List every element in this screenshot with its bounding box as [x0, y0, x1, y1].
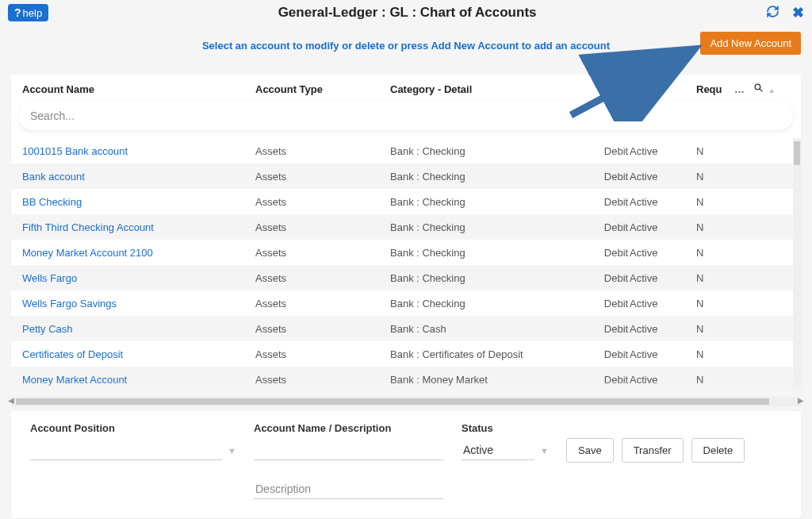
add-new-account-button[interactable]: Add New Account: [700, 32, 801, 55]
cell-req: N: [696, 171, 734, 183]
refresh-icon[interactable]: [766, 5, 779, 21]
cell-category: Bank : Checking: [390, 145, 603, 157]
cell-type: Assets: [255, 298, 390, 309]
cell-type: Assets: [255, 272, 390, 284]
table-row[interactable]: Wells FargoAssetsBank : CheckingDebitAct…: [11, 265, 801, 290]
scroll-left-icon[interactable]: ◀: [8, 396, 14, 405]
status-select[interactable]: [462, 440, 535, 460]
description-input[interactable]: [254, 479, 444, 499]
cell-plus: Debit: [603, 171, 630, 183]
account-link[interactable]: Wells Fargo: [22, 272, 77, 284]
cell-category: Bank : Checking: [390, 171, 603, 183]
table-row[interactable]: Bank accountAssetsBank : CheckingDebitAc…: [11, 163, 801, 189]
table-row[interactable]: 1001015 Bank accountAssetsBank : Checkin…: [11, 138, 801, 163]
table-row[interactable]: Money Market AccountAssetsBank : Money M…: [11, 367, 801, 392]
account-link[interactable]: 1001015 Bank account: [22, 145, 128, 157]
cell-type: Assets: [255, 348, 390, 360]
sort-triangle-icon: ▲: [768, 86, 776, 94]
status-label: Status: [462, 422, 549, 434]
cell-req: N: [696, 272, 734, 284]
cell-plus: Debit: [603, 145, 630, 157]
cell-plus: Debit: [603, 247, 630, 259]
chevron-down-icon: ▼: [540, 446, 549, 456]
cell-type: Assets: [255, 171, 390, 183]
cell-plus: Debit: [603, 323, 630, 335]
cell-type: Assets: [255, 323, 390, 335]
page-title: General-Ledger : GL : Chart of Accounts: [48, 5, 766, 21]
account-link[interactable]: Petty Cash: [22, 323, 73, 335]
help-icon: ?: [14, 6, 21, 19]
help-button[interactable]: ? help: [8, 4, 48, 21]
cell-req: N: [696, 196, 734, 208]
close-icon[interactable]: ✖: [792, 6, 804, 20]
table-row[interactable]: Petty CashAssetsBank : CashDebitActiveN: [11, 316, 801, 341]
cell-category: Bank : Cash: [390, 323, 603, 335]
cell-type: Assets: [255, 221, 390, 233]
col-requ[interactable]: Requ: [696, 83, 734, 95]
cell-type: Assets: [255, 196, 390, 208]
cell-category: Bank : Checking: [390, 221, 603, 233]
cell-category: Bank : Checking: [390, 298, 603, 309]
svg-line-1: [760, 89, 762, 91]
table-header: Account Name Account Type Category - Det…: [11, 75, 801, 102]
search-input[interactable]: [19, 102, 793, 130]
cell-status: Active: [630, 323, 696, 335]
horizontal-scrollbar[interactable]: ◀ ▶: [11, 397, 801, 406]
instruction-text: Select an account to modify or delete or…: [11, 40, 801, 52]
account-name-input[interactable]: [254, 440, 444, 460]
account-position-label: Account Position: [30, 422, 236, 434]
table-row[interactable]: Certificates of DepositAssetsBank : Cert…: [11, 341, 801, 367]
delete-button[interactable]: Delete: [691, 438, 745, 463]
help-label: help: [23, 7, 43, 19]
cell-status: Active: [630, 374, 696, 386]
account-link[interactable]: Certificates of Deposit: [22, 348, 123, 360]
col-category-detail[interactable]: Category - Detail: [390, 83, 603, 95]
col-more[interactable]: …: [734, 83, 753, 95]
col-account-type[interactable]: Account Type: [255, 83, 390, 95]
account-link[interactable]: Wells Fargo Savings: [22, 298, 117, 309]
cell-req: N: [696, 374, 734, 386]
account-link[interactable]: Money Market Account: [22, 374, 127, 386]
scroll-right-icon[interactable]: ▶: [798, 396, 804, 405]
cell-category: Bank : Checking: [390, 196, 603, 208]
cell-category: Bank : Money Market: [390, 374, 603, 386]
col-status[interactable]: Status: [630, 83, 696, 95]
cell-status: Active: [630, 348, 696, 360]
account-position-select[interactable]: [30, 440, 223, 460]
col-account-name[interactable]: Account Name: [22, 83, 255, 95]
cell-type: Assets: [255, 247, 390, 259]
cell-plus: Debit: [603, 272, 630, 284]
account-link[interactable]: Money Market Account 2100: [22, 247, 153, 259]
vertical-scrollbar-thumb[interactable]: [794, 141, 800, 165]
cell-type: Assets: [255, 374, 390, 386]
cell-req: N: [696, 348, 734, 360]
transfer-button[interactable]: Transfer: [622, 438, 684, 463]
cell-plus: Debit: [603, 196, 630, 208]
cell-plus: Debit: [603, 348, 630, 360]
cell-status: Active: [630, 247, 696, 259]
horizontal-scrollbar-thumb[interactable]: [16, 398, 769, 405]
cell-req: N: [696, 145, 734, 157]
col-search[interactable]: ▲: [753, 83, 780, 95]
table-row[interactable]: Money Market Account 2100AssetsBank : Ch…: [11, 240, 801, 265]
account-link[interactable]: BB Checking: [22, 196, 82, 208]
svg-point-0: [755, 84, 760, 90]
account-link[interactable]: Fifth Third Checking Account: [22, 221, 154, 233]
table-row[interactable]: Fifth Third Checking AccountAssetsBank :…: [11, 214, 801, 240]
cell-status: Active: [630, 171, 696, 183]
cell-req: N: [696, 323, 734, 335]
cell-plus: Debit: [603, 374, 630, 386]
col-plus[interactable]: +: [603, 83, 630, 95]
vertical-scrollbar[interactable]: [793, 138, 801, 397]
cell-type: Assets: [255, 145, 390, 157]
save-button[interactable]: Save: [566, 438, 614, 463]
table-row[interactable]: Wells Fargo SavingsAssetsBank : Checking…: [11, 290, 801, 316]
chevron-down-icon: ▼: [228, 446, 236, 456]
cell-req: N: [696, 247, 734, 259]
cell-req: N: [696, 298, 734, 309]
cell-plus: Debit: [603, 298, 630, 309]
account-link[interactable]: Bank account: [22, 171, 85, 183]
accounts-table: 1001015 Bank accountAssetsBank : Checkin…: [11, 138, 801, 397]
table-row[interactable]: BB CheckingAssetsBank : CheckingDebitAct…: [11, 189, 801, 214]
cell-status: Active: [630, 298, 696, 309]
